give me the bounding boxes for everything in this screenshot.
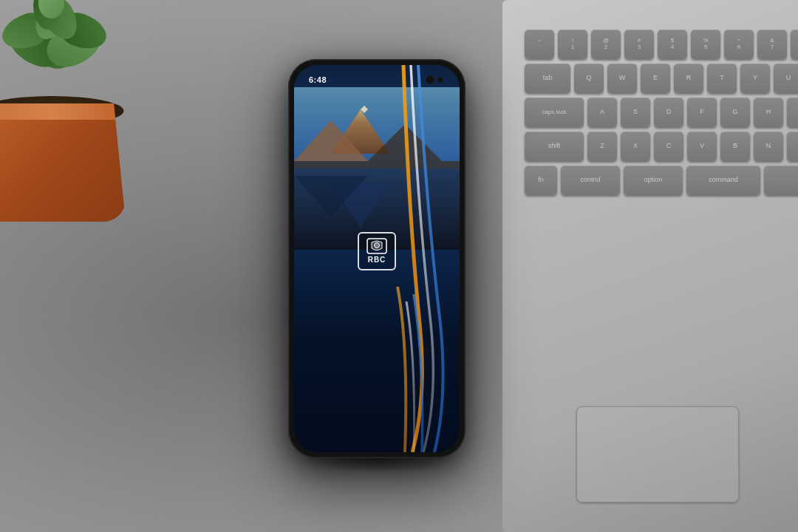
key-w[interactable]: W <box>607 64 637 93</box>
key-j[interactable]: J <box>787 98 798 127</box>
keyboard-row-4: shift Z X C V B N M <, >. ?/ <box>525 132 798 161</box>
laptop-body: ~` !1 @2 #3 $4 %5 ^6 &7 *8 (9 )0 tab Q W… <box>502 0 798 532</box>
rbc-logo-box: RBC <box>358 232 396 270</box>
key-7[interactable]: &7 <box>757 30 787 59</box>
sensor-dot <box>437 77 443 83</box>
key-b[interactable]: B <box>720 132 750 161</box>
key-f[interactable]: F <box>687 98 717 127</box>
phone-body: 6:48 RBC <box>288 59 466 458</box>
key-h[interactable]: H <box>754 98 783 127</box>
rbc-label: RBC <box>368 256 386 264</box>
laptop: ~` !1 @2 #3 $4 %5 ^6 &7 *8 (9 )0 tab Q W… <box>502 0 798 532</box>
key-shift-left[interactable]: shift <box>525 132 584 161</box>
key-3[interactable]: #3 <box>624 30 654 59</box>
key-a[interactable]: A <box>587 98 617 127</box>
key-command-left[interactable]: command <box>686 166 760 195</box>
key-t[interactable]: T <box>707 64 737 93</box>
succulent-plant <box>0 0 148 222</box>
key-control[interactable]: control <box>561 166 620 195</box>
key-tab[interactable]: tab <box>525 64 570 93</box>
key-5[interactable]: %5 <box>691 30 720 59</box>
keyboard-row-2: tab Q W E R T Y U I O P <box>525 64 798 93</box>
key-v[interactable]: V <box>687 132 717 161</box>
key-8[interactable]: *8 <box>791 30 798 59</box>
keyboard-row-3: caps lock A S D F G H J K L <box>525 98 798 127</box>
key-space[interactable] <box>764 166 798 195</box>
key-6[interactable]: ^6 <box>724 30 754 59</box>
key-e[interactable]: E <box>641 64 670 93</box>
svg-point-9 <box>375 243 380 248</box>
key-r[interactable]: R <box>674 64 703 93</box>
key-4[interactable]: $4 <box>658 30 687 59</box>
key-n[interactable]: N <box>754 132 783 161</box>
rbc-icon <box>366 238 388 254</box>
key-tilde[interactable]: ~` <box>525 30 554 59</box>
keyboard-row-5: fn control option command command <box>525 166 798 195</box>
rbc-logo: RBC <box>358 232 396 270</box>
smartphone: 6:48 RBC <box>288 59 466 458</box>
plant-pot <box>0 103 126 222</box>
key-m[interactable]: M <box>787 132 798 161</box>
front-camera <box>426 75 434 84</box>
key-x[interactable]: X <box>621 132 650 161</box>
key-2[interactable]: @2 <box>591 30 621 59</box>
key-y[interactable]: Y <box>740 64 770 93</box>
status-bar: 6:48 <box>309 75 445 84</box>
camera-area <box>426 75 443 84</box>
key-1[interactable]: !1 <box>558 30 587 59</box>
key-c[interactable]: C <box>654 132 683 161</box>
key-option[interactable]: option <box>624 166 683 195</box>
key-fn[interactable]: fn <box>525 166 557 195</box>
key-d[interactable]: D <box>654 98 683 127</box>
key-q[interactable]: Q <box>574 64 604 93</box>
key-g[interactable]: G <box>720 98 750 127</box>
phone-screen[interactable]: 6:48 RBC <box>294 65 460 452</box>
keyboard-row-1: ~` !1 @2 #3 $4 %5 ^6 &7 *8 (9 )0 <box>525 30 798 59</box>
trackpad[interactable] <box>576 406 739 502</box>
key-s[interactable]: S <box>621 98 650 127</box>
key-z[interactable]: Z <box>587 132 617 161</box>
key-capslock[interactable]: caps lock <box>525 98 584 127</box>
keyboard: ~` !1 @2 #3 $4 %5 ^6 &7 *8 (9 )0 tab Q W… <box>525 30 798 414</box>
key-u[interactable]: U <box>774 64 798 93</box>
clock: 6:48 <box>309 75 327 84</box>
